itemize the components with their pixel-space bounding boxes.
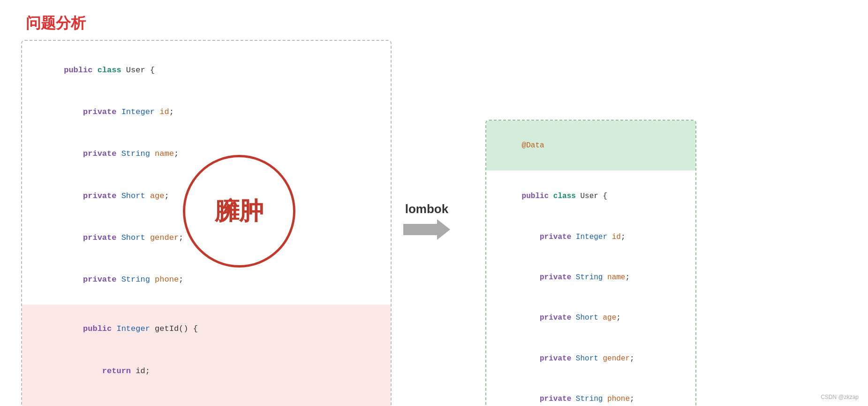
code-line: public Integer getId() { [35, 308, 377, 350]
code-line: private String name; [495, 257, 687, 298]
code-line: private String phone; [495, 379, 687, 406]
code-line: private Short age; [495, 298, 687, 338]
page-title: 问题分析 [26, 13, 86, 34]
code-line: private Short gender; [495, 338, 687, 379]
code-line: private String phone; [35, 259, 377, 300]
watermark: CSDN @zkzap [821, 394, 859, 400]
code-line: private Integer id; [495, 217, 687, 257]
code-section-pink-1: public Integer getId() { return id; } pu… [22, 305, 391, 406]
right-code-block: @Data public class User { private Intege… [485, 120, 696, 406]
circle-label: 臃肿 [215, 195, 264, 228]
code-line: public class User { [35, 49, 377, 91]
code-line: return id; [35, 350, 377, 392]
annotation-bar: @Data [486, 121, 695, 170]
code-line: private Integer id; [35, 91, 377, 133]
arrow-icon [403, 219, 450, 240]
arrow-container: lombok [403, 202, 450, 240]
annotation-line: @Data [495, 125, 687, 166]
arrow-label: lombok [405, 202, 448, 216]
bloat-circle: 臃肿 [183, 155, 295, 268]
code-line: public class User { [495, 176, 687, 216]
svg-marker-0 [403, 219, 450, 240]
code-line: } [35, 392, 377, 406]
right-code-section: public class User { private Integer id; … [486, 170, 695, 406]
